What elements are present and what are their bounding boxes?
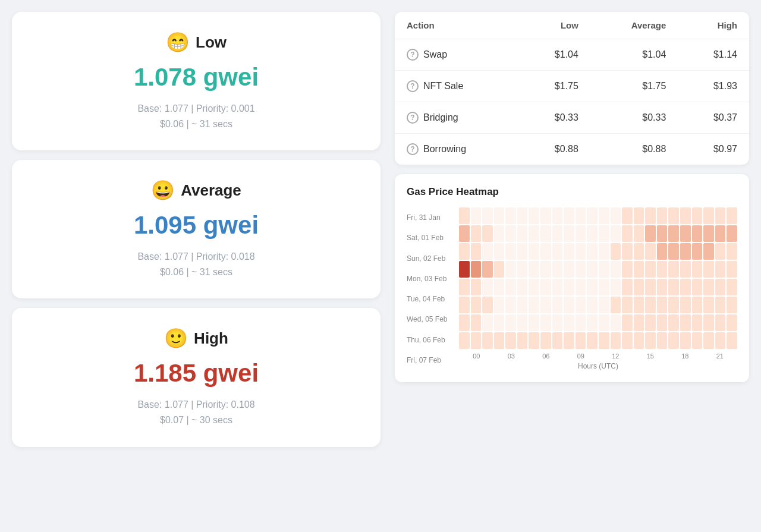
heatmap-x-label: 06 <box>529 352 564 360</box>
heatmap-cell <box>611 243 621 260</box>
heatmap-row-label: Fri, 07 Feb <box>407 352 454 369</box>
card-header-high: 🙂 High <box>26 327 366 350</box>
heatmap-x-labels: 0003060912151821 <box>459 352 737 360</box>
heatmap-cell <box>471 314 482 331</box>
action-cell-borrowing: ?Borrowing <box>395 134 519 165</box>
help-icon[interactable]: ? <box>407 112 419 124</box>
heatmap-cell <box>505 314 516 331</box>
card-title-high: High <box>194 329 228 348</box>
heatmap-cell <box>657 279 668 295</box>
heatmap-cell <box>599 225 609 242</box>
heatmap-cell <box>680 297 691 313</box>
heatmap-cell <box>668 261 679 278</box>
help-icon[interactable]: ? <box>407 49 419 61</box>
heatmap-cell <box>727 243 737 260</box>
heatmap-grid <box>459 207 737 349</box>
heatmap-cell <box>587 297 598 313</box>
heatmap-cell <box>680 332 691 349</box>
heatmap-cell <box>645 261 656 278</box>
heatmap-cell <box>587 243 598 260</box>
heatmap-cell <box>715 297 726 313</box>
heatmap-cell <box>692 207 703 224</box>
heatmap-cell <box>459 207 470 224</box>
heatmap-cell <box>494 297 505 313</box>
heatmap-row-label: Sun, 02 Feb <box>407 250 454 267</box>
average-value: $1.75 <box>590 71 678 102</box>
heatmap-cell <box>622 261 633 278</box>
card-detail-high: Base: 1.077 | Priority: 0.108$0.07 | ~ 3… <box>26 397 366 427</box>
heatmap-cell <box>540 261 551 278</box>
heatmap-cell <box>703 279 714 295</box>
heatmap-row <box>459 243 737 260</box>
heatmap-cell <box>505 207 516 224</box>
heatmap-cell <box>599 332 609 349</box>
heatmap-cell <box>657 314 668 331</box>
heatmap-cell <box>680 243 691 260</box>
heatmap-cell <box>540 279 551 295</box>
average-value: $0.88 <box>590 134 678 165</box>
heatmap-cell <box>622 314 633 331</box>
heatmap-cell <box>715 279 726 295</box>
heatmap-row-label: Wed, 05 Feb <box>407 311 454 328</box>
heatmap-cell <box>657 243 668 260</box>
heatmap-cell <box>564 225 574 242</box>
action-cell-swap: ?Swap <box>395 39 519 71</box>
card-emoji-high: 🙂 <box>164 327 188 350</box>
heatmap-cell <box>645 279 656 295</box>
heatmap-cell <box>611 279 621 295</box>
heatmap-cell <box>505 225 516 242</box>
action-label: Borrowing <box>423 144 466 155</box>
heatmap-cell <box>634 332 644 349</box>
heatmap-cell <box>552 261 563 278</box>
heatmap-cell <box>505 297 516 313</box>
heatmap-cell <box>692 314 703 331</box>
low-value: $1.75 <box>519 71 590 102</box>
heatmap-cell <box>482 225 493 242</box>
heatmap-cell <box>505 279 516 295</box>
heatmap-cell <box>634 261 644 278</box>
heatmap-cell <box>517 261 528 278</box>
heatmap-cell <box>529 332 539 349</box>
high-value: $0.37 <box>678 102 749 134</box>
help-icon[interactable]: ? <box>407 143 419 155</box>
card-header-average: 😀 Average <box>26 179 366 202</box>
heatmap-cell <box>471 279 482 295</box>
heatmap-cell <box>552 314 563 331</box>
heatmap-row-label: Tue, 04 Feb <box>407 291 454 307</box>
heatmap-cell <box>668 207 679 224</box>
heatmap-cell <box>482 279 493 295</box>
heatmap-cell <box>727 261 737 278</box>
heatmap-cell <box>587 279 598 295</box>
heatmap-cell <box>517 207 528 224</box>
heatmap-cell <box>529 225 539 242</box>
heatmap-cell <box>540 297 551 313</box>
main-container: 😁 Low 1.078 gwei Base: 1.077 | Priority:… <box>12 12 749 447</box>
action-cell-nft-sale: ?NFT Sale <box>395 71 519 102</box>
heatmap-cell <box>692 279 703 295</box>
heatmap-cell <box>727 225 737 242</box>
heatmap-body: Fri, 31 JanSat, 01 FebSun, 02 FebMon, 03… <box>407 207 737 370</box>
heatmap-cell <box>657 332 668 349</box>
heatmap-grid-wrapper: 0003060912151821 Hours (UTC) <box>459 207 737 370</box>
right-panel: ActionLowAverageHigh ?Swap$1.04$1.04$1.1… <box>395 12 749 447</box>
heatmap-row <box>459 225 737 242</box>
heatmap-cell <box>564 243 574 260</box>
heatmap-cell <box>645 207 656 224</box>
heatmap-cell <box>517 314 528 331</box>
heatmap-cell <box>517 279 528 295</box>
help-icon[interactable]: ? <box>407 80 419 92</box>
heatmap-row <box>459 261 737 278</box>
heatmap-row-label: Thu, 06 Feb <box>407 332 454 348</box>
fee-table: ActionLowAverageHigh ?Swap$1.04$1.04$1.1… <box>395 12 749 165</box>
heatmap-cell <box>692 225 703 242</box>
gas-card-high: 🙂 High 1.185 gwei Base: 1.077 | Priority… <box>12 308 380 446</box>
heatmap-cell <box>611 261 621 278</box>
heatmap-row-label: Fri, 31 Jan <box>407 209 454 226</box>
heatmap-cell <box>634 314 644 331</box>
heatmap-cell <box>494 243 505 260</box>
heatmap-cell <box>727 279 737 295</box>
heatmap-row <box>459 314 737 331</box>
heatmap-cell <box>703 261 714 278</box>
average-value: $1.04 <box>590 39 678 71</box>
heatmap-cell <box>482 297 493 313</box>
